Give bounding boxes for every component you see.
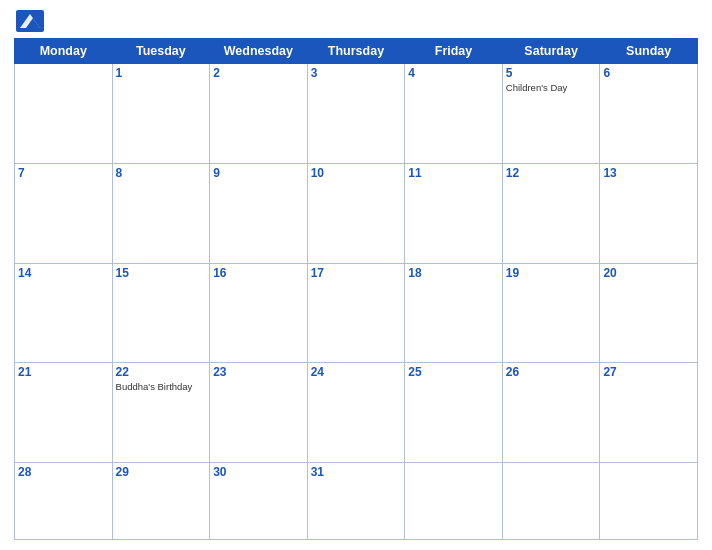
- day-number: 29: [116, 465, 207, 479]
- weekday-header-tuesday: Tuesday: [112, 39, 210, 64]
- day-number: 28: [18, 465, 109, 479]
- header: [14, 10, 698, 32]
- day-number: 10: [311, 166, 402, 180]
- day-number: 31: [311, 465, 402, 479]
- day-number: 5: [506, 66, 597, 80]
- weekday-header-wednesday: Wednesday: [210, 39, 308, 64]
- calendar-cell: 25: [405, 363, 503, 463]
- calendar-cell: 28: [15, 463, 113, 540]
- day-number: 27: [603, 365, 694, 379]
- calendar-cell: 29: [112, 463, 210, 540]
- calendar-cell: 19: [502, 263, 600, 363]
- day-number: 9: [213, 166, 304, 180]
- weekday-header-row: MondayTuesdayWednesdayThursdayFridaySatu…: [15, 39, 698, 64]
- day-number: 11: [408, 166, 499, 180]
- holiday-name: Buddha's Birthday: [116, 381, 207, 392]
- weekday-header-monday: Monday: [15, 39, 113, 64]
- calendar-cell: 9: [210, 163, 308, 263]
- day-number: 19: [506, 266, 597, 280]
- calendar-cell: [15, 64, 113, 164]
- calendar-cell: 6: [600, 64, 698, 164]
- calendar-cell: 30: [210, 463, 308, 540]
- day-number: 17: [311, 266, 402, 280]
- day-number: 4: [408, 66, 499, 80]
- day-number: 12: [506, 166, 597, 180]
- day-number: 8: [116, 166, 207, 180]
- day-number: 30: [213, 465, 304, 479]
- week-row-2: 78910111213: [15, 163, 698, 263]
- calendar-cell: 15: [112, 263, 210, 363]
- calendar-cell: 8: [112, 163, 210, 263]
- week-row-1: 12345Children's Day6: [15, 64, 698, 164]
- logo-icon: [16, 10, 44, 32]
- calendar-cell: 12: [502, 163, 600, 263]
- calendar-cell: 27: [600, 363, 698, 463]
- calendar-cell: 3: [307, 64, 405, 164]
- day-number: 21: [18, 365, 109, 379]
- day-number: 2: [213, 66, 304, 80]
- calendar-cell: 2: [210, 64, 308, 164]
- calendar-cell: [405, 463, 503, 540]
- calendar-cell: 1: [112, 64, 210, 164]
- day-number: 7: [18, 166, 109, 180]
- day-number: 6: [603, 66, 694, 80]
- calendar-cell: [600, 463, 698, 540]
- weekday-header-sunday: Sunday: [600, 39, 698, 64]
- calendar-cell: 7: [15, 163, 113, 263]
- day-number: 3: [311, 66, 402, 80]
- day-number: 16: [213, 266, 304, 280]
- calendar-table: MondayTuesdayWednesdayThursdayFridaySatu…: [14, 38, 698, 540]
- calendar-cell: 4: [405, 64, 503, 164]
- day-number: 18: [408, 266, 499, 280]
- calendar-cell: 11: [405, 163, 503, 263]
- day-number: 15: [116, 266, 207, 280]
- calendar-cell: 20: [600, 263, 698, 363]
- holiday-name: Children's Day: [506, 82, 597, 93]
- weekday-header-friday: Friday: [405, 39, 503, 64]
- weekday-header-saturday: Saturday: [502, 39, 600, 64]
- week-row-5: 28293031: [15, 463, 698, 540]
- logo: [16, 10, 48, 32]
- day-number: 25: [408, 365, 499, 379]
- calendar-cell: 16: [210, 263, 308, 363]
- day-number: 22: [116, 365, 207, 379]
- day-number: 14: [18, 266, 109, 280]
- weekday-header-thursday: Thursday: [307, 39, 405, 64]
- day-number: 13: [603, 166, 694, 180]
- calendar-cell: 13: [600, 163, 698, 263]
- calendar-cell: 18: [405, 263, 503, 363]
- calendar-cell: 22Buddha's Birthday: [112, 363, 210, 463]
- day-number: 20: [603, 266, 694, 280]
- day-number: 24: [311, 365, 402, 379]
- calendar-cell: 26: [502, 363, 600, 463]
- calendar-cell: 23: [210, 363, 308, 463]
- calendar-cell: 21: [15, 363, 113, 463]
- calendar-cell: 14: [15, 263, 113, 363]
- calendar-cell: [502, 463, 600, 540]
- calendar-cell: 5Children's Day: [502, 64, 600, 164]
- week-row-4: 2122Buddha's Birthday2324252627: [15, 363, 698, 463]
- calendar-cell: 24: [307, 363, 405, 463]
- calendar-cell: 17: [307, 263, 405, 363]
- calendar-cell: 31: [307, 463, 405, 540]
- day-number: 1: [116, 66, 207, 80]
- page: MondayTuesdayWednesdayThursdayFridaySatu…: [0, 0, 712, 550]
- day-number: 26: [506, 365, 597, 379]
- calendar-cell: 10: [307, 163, 405, 263]
- week-row-3: 14151617181920: [15, 263, 698, 363]
- day-number: 23: [213, 365, 304, 379]
